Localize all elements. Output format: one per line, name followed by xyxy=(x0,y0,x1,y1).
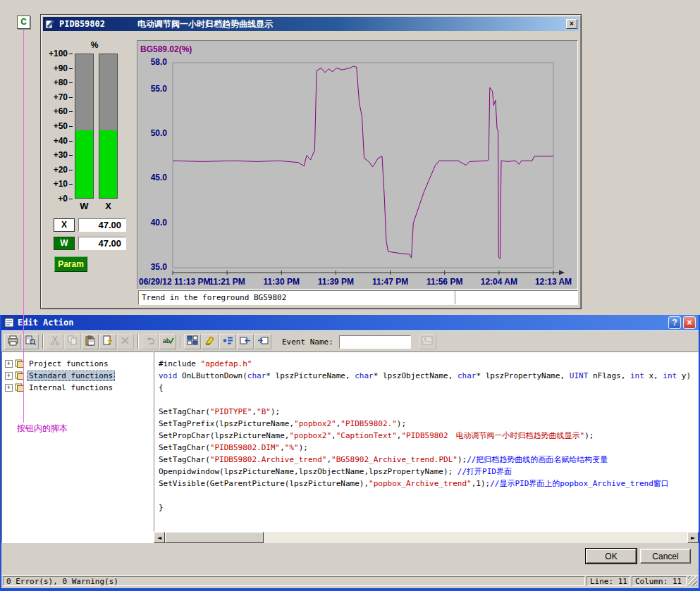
y-axis-tick-label: 55.0 xyxy=(137,84,167,94)
expand-icon[interactable]: + xyxy=(5,372,13,380)
code-segment: #include xyxy=(159,359,201,368)
y-axis-tick-label: 58.0 xyxy=(137,57,167,67)
help-button[interactable]: ? xyxy=(668,316,681,329)
code-segment: "PIDB59802 电动调节阀一小时归档趋势曲线显示" xyxy=(401,431,584,440)
edit-action-title: Edit Action xyxy=(18,318,73,328)
delete-icon xyxy=(120,335,131,348)
code-line: Openpidwindow(lpszPictureName,lpszObject… xyxy=(159,466,698,478)
code-segment: UINT xyxy=(570,371,589,380)
scale-tick xyxy=(69,111,73,112)
marker-button[interactable] xyxy=(202,334,219,349)
code-segment: "PIDB59802." xyxy=(340,419,396,428)
code-line: SetTagChar("PIDTYPE","B"); xyxy=(159,406,698,418)
function-browser-button[interactable] xyxy=(184,334,201,349)
expand-icon[interactable]: + xyxy=(5,384,13,392)
code-segment: ); xyxy=(584,431,594,440)
scrollbar-thumb[interactable] xyxy=(165,532,264,543)
scale-tick xyxy=(69,199,73,199)
gauge-bar-label: X xyxy=(99,201,118,211)
edit-action-titlebar[interactable]: Edit Action ? × xyxy=(1,315,699,330)
code-segment: , xyxy=(280,443,285,452)
paste-icon xyxy=(85,335,96,348)
value-field[interactable]: 47.00 xyxy=(78,218,126,232)
param-button[interactable]: Param xyxy=(54,256,87,272)
event-name-input[interactable] xyxy=(339,335,411,349)
event-name-label: Event Name: xyxy=(282,337,333,347)
code-segment: SetTagChar( xyxy=(159,407,210,416)
resize-grip[interactable] xyxy=(688,576,697,586)
close-button[interactable]: × xyxy=(566,19,577,29)
code-segment: "%" xyxy=(285,443,299,452)
check-syntax-icon: ab xyxy=(162,335,174,348)
value-field[interactable]: 47.00 xyxy=(78,237,126,250)
print-preview-button[interactable] xyxy=(22,334,39,349)
import-picture-button[interactable] xyxy=(237,334,254,349)
code-segment: //打开PID界面 xyxy=(458,467,512,476)
code-line: SetVisible(GetParentPicture(lpszPictureN… xyxy=(159,478,698,490)
tree-item[interactable]: +Project functions xyxy=(2,358,153,370)
code-line: SetTagPrefix(lpszPictureName,"popbox2","… xyxy=(159,418,698,430)
code-segment: "B" xyxy=(257,407,271,416)
scroll-left-button[interactable]: ◄ xyxy=(154,532,165,543)
insert-action-button[interactable] xyxy=(99,334,116,349)
trend-title-name: 电动调节阀一小时归档趋势曲线显示 xyxy=(137,18,273,30)
expand-icon[interactable]: + xyxy=(5,360,13,368)
scale-tick xyxy=(69,68,73,69)
chart-series-label: BG589.02(%) xyxy=(140,44,192,54)
code-segment: char xyxy=(247,371,266,380)
scale-tick xyxy=(69,141,73,142)
code-segment: SetTagPrefix(lpszPictureName, xyxy=(159,419,294,428)
tree-item-label: Standard functions xyxy=(27,371,115,381)
gauge-bar-x-fill xyxy=(99,130,117,198)
scale-label: +40 xyxy=(54,136,68,146)
y-axis-tick-label: 35.0 xyxy=(137,262,167,272)
print-button[interactable] xyxy=(4,334,21,349)
code-line: SetTagChar("PIDB59802.DIM","%"); xyxy=(159,442,698,454)
scroll-right-button[interactable]: ► xyxy=(687,532,699,543)
tree-item-label: Project functions xyxy=(27,359,111,369)
scale-tick xyxy=(69,155,73,156)
trend-status-right xyxy=(455,291,577,304)
code-segment: //显示PID界面上的popbox_Archive_trend窗口 xyxy=(490,479,669,488)
check-syntax-button[interactable]: ab xyxy=(159,334,176,349)
code-segment: y) xyxy=(677,371,691,380)
trend-chart: BG589.02(%) 06/29/12 11:13 PM11:21 PM11:… xyxy=(137,40,578,290)
scrollbar-track[interactable] xyxy=(264,532,687,543)
code-editor[interactable]: #include "apdefap.h"void OnLButtonDown(c… xyxy=(154,352,699,532)
trend-title-id: PIDB59802 xyxy=(59,19,105,29)
code-segment: { xyxy=(159,383,164,392)
tree-item[interactable]: +Standard functions xyxy=(2,370,153,382)
scroll-right-icon: ► xyxy=(691,535,695,541)
ok-button[interactable]: OK xyxy=(586,549,637,564)
cancel-button[interactable]: Cancel xyxy=(640,549,691,564)
insert-tag-icon xyxy=(222,335,233,348)
c-script-icon[interactable]: C xyxy=(17,15,30,29)
desktop: C PIDB59802 电动调节阀一小时归档趋势曲线显示 × % +100+90… xyxy=(0,0,700,591)
close-button[interactable]: × xyxy=(683,316,696,329)
trend-titlebar[interactable]: PIDB59802 电动调节阀一小时归档趋势曲线显示 × xyxy=(43,17,579,31)
scale-tick xyxy=(69,184,73,185)
code-segment: char xyxy=(458,371,477,380)
value-row: W47.00 xyxy=(54,237,126,250)
script-icon xyxy=(4,318,14,328)
horizontal-scrollbar[interactable]: ◄ ► xyxy=(154,532,699,543)
code-segment: "CaptionText" xyxy=(336,431,397,440)
code-segment: "popbox2" xyxy=(289,431,331,440)
edit-toolbar: ab Event Name: xyxy=(1,330,699,352)
code-segment: ); xyxy=(271,407,280,416)
export-picture-button[interactable] xyxy=(254,334,271,349)
insert-tag-button[interactable] xyxy=(219,334,236,349)
code-line: #include "apdefap.h" xyxy=(159,358,698,370)
paste-button[interactable] xyxy=(82,334,99,349)
edit-action-window: Edit Action ? × ab Event Name: xyxy=(0,315,700,591)
tree-item-label: Internal functions xyxy=(27,382,115,393)
undo-icon xyxy=(145,335,156,348)
y-axis-tick-label: 45.0 xyxy=(137,173,167,182)
picture-browse-icon xyxy=(422,335,434,348)
code-segment: * lpszObjectName, xyxy=(374,371,458,380)
code-segment: char xyxy=(355,371,374,380)
scale-label: +0 xyxy=(58,194,68,204)
code-segment: "PIDTYPE" xyxy=(210,407,252,416)
copy-icon xyxy=(67,335,78,348)
tree-item[interactable]: +Internal functions xyxy=(2,382,153,394)
